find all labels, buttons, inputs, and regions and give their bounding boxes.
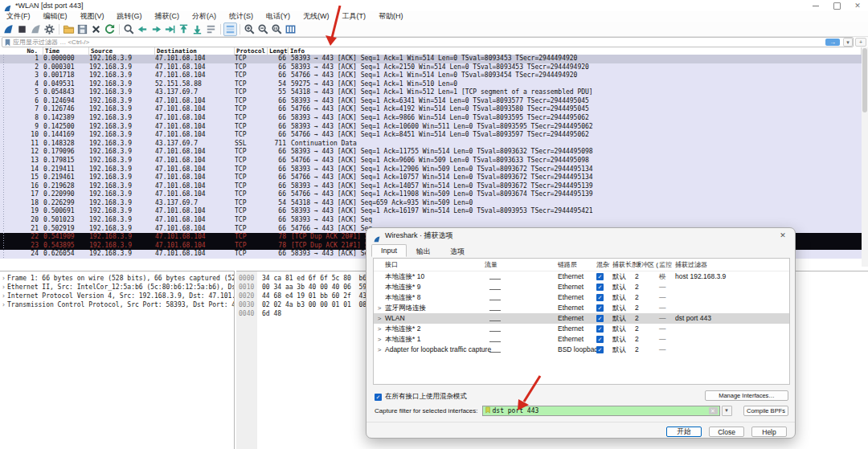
bookmark-icon[interactable] bbox=[485, 406, 490, 415]
packet-row[interactable]: 190.500691192.168.3.947.101.68.104TCP665… bbox=[0, 207, 862, 216]
packet-row[interactable]: 10.000000192.168.3.947.101.68.104TCP6658… bbox=[0, 55, 862, 63]
capture-options-button[interactable] bbox=[43, 22, 56, 36]
packet-row[interactable]: 80.142389192.168.3.947.101.68.104TCP6658… bbox=[0, 114, 862, 123]
checkbox-checked-icon[interactable]: ✓ bbox=[596, 315, 604, 322]
expand-chevron-icon[interactable]: › bbox=[0, 292, 7, 300]
packet-row[interactable]: 90.142500192.168.3.947.101.68.104TCP6658… bbox=[0, 123, 862, 132]
menu-item-9[interactable]: 工具(T) bbox=[336, 11, 373, 22]
interface-row[interactable]: 本地连接* 9Ethernet✓默认2— bbox=[374, 282, 789, 292]
promiscuous-cell[interactable]: ✓ bbox=[596, 324, 612, 334]
menu-item-1[interactable]: 编辑(E) bbox=[37, 11, 74, 22]
checkbox-checked-icon[interactable]: ✓ bbox=[596, 273, 604, 280]
expand-chevron-icon[interactable]: › bbox=[0, 283, 7, 292]
close-dialog-button[interactable]: Close bbox=[709, 427, 744, 437]
auto-scroll-button[interactable] bbox=[204, 22, 218, 36]
go-first-button[interactable] bbox=[177, 22, 190, 36]
interface-row[interactable]: >本地连接* 2Ethernet✓默认2— bbox=[374, 324, 789, 334]
detail-line-0[interactable]: ›Frame 1: 66 bytes on wire (528 bits), 6… bbox=[0, 274, 234, 283]
column-header-source[interactable]: Source bbox=[89, 47, 155, 55]
packet-row[interactable]: 20.000301192.168.3.947.101.68.104TCP6658… bbox=[0, 63, 862, 72]
expander-icon[interactable]: > bbox=[374, 313, 385, 324]
clear-filter-icon[interactable]: ✕ bbox=[709, 407, 718, 414]
checkbox-checked-icon[interactable]: ✓ bbox=[596, 336, 604, 343]
packet-row[interactable]: 110.148328192.168.3.943.137.69.7SSL711Co… bbox=[0, 140, 862, 149]
expander-icon[interactable]: > bbox=[374, 303, 385, 313]
menu-item-4[interactable]: 捕获(C) bbox=[149, 11, 186, 22]
dialog-close-icon[interactable]: ✕ bbox=[777, 231, 788, 241]
detail-line-2[interactable]: ›Internet Protocol Version 4, Src: 192.1… bbox=[0, 292, 234, 300]
interface-row[interactable]: >本地连接* 1Ethernet✓默认2— bbox=[374, 334, 789, 345]
menu-item-5[interactable]: 分析(A) bbox=[186, 11, 223, 22]
zoom-reset-button[interactable] bbox=[270, 22, 284, 36]
packet-row[interactable]: 170.220990192.168.3.947.101.68.104TCP665… bbox=[0, 190, 862, 199]
interface-row[interactable]: >蓝牙网络连接Ethernet✓默认2— bbox=[374, 303, 789, 313]
checkbox-checked-icon[interactable]: ✓ bbox=[596, 346, 604, 353]
capture-filter-dropdown[interactable]: ▼ bbox=[722, 406, 732, 416]
packet-row[interactable]: 150.219461192.168.3.947.101.68.104TCP665… bbox=[0, 173, 862, 182]
column-header-destination[interactable]: Destination bbox=[155, 47, 235, 55]
packet-row[interactable]: 180.226299192.168.3.943.137.69.7TCP54543… bbox=[0, 199, 862, 208]
expander-icon[interactable] bbox=[374, 282, 385, 292]
packet-row[interactable]: 120.179096192.168.3.947.101.68.104TCP665… bbox=[0, 148, 862, 157]
menu-item-2[interactable]: 视图(V) bbox=[74, 11, 111, 22]
promiscuous-cell[interactable]: ✓ bbox=[596, 313, 612, 324]
packet-row[interactable]: 50.054843192.168.3.943.137.69.7TCP555431… bbox=[0, 88, 862, 97]
promiscuous-checkbox-row[interactable]: ✓ 在所有接口上使用混杂模式 bbox=[375, 392, 467, 402]
menu-item-3[interactable]: 跳转(G) bbox=[111, 11, 149, 22]
save-file-button[interactable] bbox=[76, 22, 89, 36]
start-capture-button[interactable] bbox=[2, 22, 15, 36]
column-header-info[interactable]: Info bbox=[289, 47, 862, 55]
stop-capture-button[interactable] bbox=[15, 22, 29, 36]
menu-item-7[interactable]: 电话(Y) bbox=[260, 11, 297, 22]
open-file-button[interactable] bbox=[62, 22, 76, 36]
tab-output[interactable]: 输出 bbox=[407, 244, 440, 257]
find-packet-button[interactable] bbox=[122, 22, 136, 36]
expander-icon[interactable]: > bbox=[374, 345, 385, 355]
apply-filter-button[interactable]: → bbox=[825, 39, 840, 46]
expand-chevron-icon[interactable]: › bbox=[0, 300, 7, 309]
column-header-protocol[interactable]: Protocol bbox=[235, 47, 268, 55]
packet-row[interactable]: 200.501023192.168.3.947.101.68.104TCP665… bbox=[0, 216, 862, 225]
menu-item-10[interactable]: 帮助(H) bbox=[372, 11, 410, 22]
column-header-no[interactable]: No. bbox=[0, 47, 43, 55]
promiscuous-cell[interactable]: ✓ bbox=[596, 303, 612, 313]
restart-capture-button[interactable] bbox=[29, 22, 43, 36]
reload-button[interactable] bbox=[103, 22, 117, 36]
packet-row[interactable]: 130.179815192.168.3.947.101.68.104TCP665… bbox=[0, 157, 862, 165]
display-filter-input[interactable]: 应用显示过滤器 … <Ctrl-/> → ▾ bbox=[2, 37, 854, 47]
restore-button[interactable] bbox=[826, 0, 847, 11]
packet-row[interactable]: 160.219628192.168.3.947.101.68.104TCP665… bbox=[0, 182, 862, 191]
interface-row[interactable]: 本地连接* 8Ethernet✓默认2— bbox=[374, 292, 789, 303]
menu-item-6[interactable]: 统计(S) bbox=[223, 11, 260, 22]
promiscuous-cell[interactable]: ✓ bbox=[596, 282, 612, 292]
checkbox-checked-icon[interactable]: ✓ bbox=[596, 325, 604, 333]
close-file-button[interactable] bbox=[89, 22, 103, 36]
interface-row[interactable]: >WLANEthernet✓默认2—dst port 443 bbox=[374, 313, 789, 324]
go-forward-button[interactable] bbox=[149, 22, 163, 36]
promiscuous-cell[interactable]: ✓ bbox=[596, 292, 612, 303]
help-button[interactable]: Help bbox=[751, 427, 787, 437]
go-last-button[interactable] bbox=[190, 22, 204, 36]
compile-bpfs-button[interactable]: Compile BPFs bbox=[743, 406, 788, 416]
resize-columns-button[interactable] bbox=[284, 22, 297, 36]
checkbox-checked-icon[interactable]: ✓ bbox=[596, 284, 604, 291]
expander-icon[interactable] bbox=[374, 271, 385, 282]
packet-row[interactable]: 140.219411192.168.3.947.101.68.104TCP665… bbox=[0, 165, 862, 174]
tab-input[interactable]: Input bbox=[371, 244, 407, 257]
column-header-time[interactable]: Time bbox=[43, 47, 89, 55]
filter-dropdown-button[interactable]: ▾ bbox=[843, 38, 853, 47]
start-button[interactable]: 开始 bbox=[666, 427, 702, 437]
detail-line-1[interactable]: ›Ethernet II, Src: IntelCor_12:5a:b6 (5c… bbox=[0, 283, 234, 292]
interface-row[interactable]: >Adapter for loopback traffic captureBSD… bbox=[374, 345, 789, 355]
interface-row[interactable]: 本地连接* 10Ethernet✓默认2—host 192.168.3.9 bbox=[374, 271, 789, 282]
capture-filter-input[interactable]: dst port 443 ✕ bbox=[482, 406, 720, 416]
checkbox-checked-icon[interactable]: ✓ bbox=[596, 294, 604, 301]
detail-line-3[interactable]: ›Transmission Control Protocol, Src Port… bbox=[0, 300, 234, 309]
scrollbar-thumb[interactable] bbox=[862, 48, 867, 112]
checkbox-checked-icon[interactable]: ✓ bbox=[375, 394, 382, 401]
manage-interfaces-button[interactable]: Manage Interfaces… bbox=[705, 390, 788, 401]
checkbox-checked-icon[interactable]: ✓ bbox=[596, 304, 604, 312]
packet-row[interactable]: 100.144169192.168.3.947.101.68.104TCP665… bbox=[0, 131, 862, 140]
expander-icon[interactable]: > bbox=[374, 334, 385, 345]
go-back-button[interactable] bbox=[136, 22, 149, 36]
